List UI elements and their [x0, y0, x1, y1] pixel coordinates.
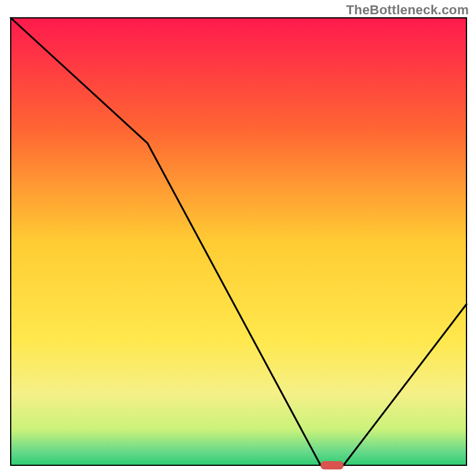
- bottleneck-chart: [0, 0, 476, 476]
- plot-background: [11, 18, 466, 465]
- watermark-text: TheBottleneck.com: [346, 2, 469, 18]
- chart-container: TheBottleneck.com: [0, 0, 476, 476]
- optimal-marker: [321, 461, 343, 469]
